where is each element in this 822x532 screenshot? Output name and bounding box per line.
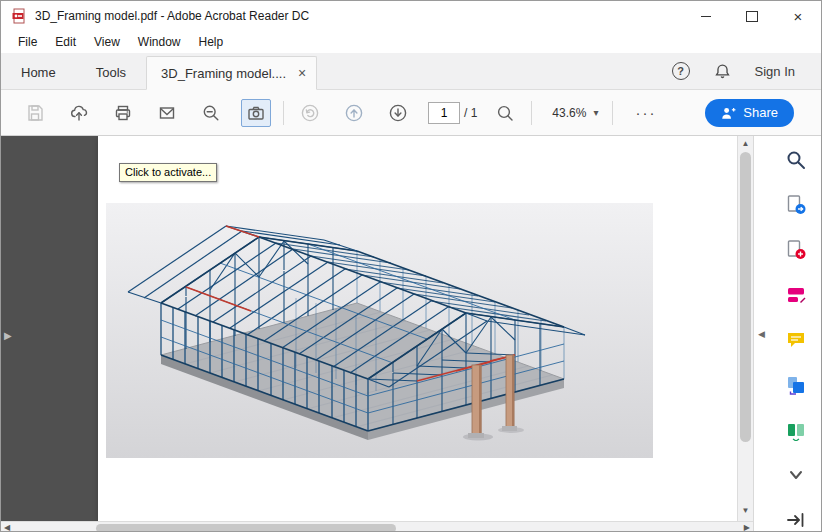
horizontal-scrollbar-thumb[interactable] <box>96 524 396 532</box>
find-button[interactable] <box>493 101 517 125</box>
maximize-button[interactable] <box>729 1 775 31</box>
page-up-icon <box>344 103 364 123</box>
toolbar-separator <box>531 101 532 125</box>
pdf-file-icon <box>11 8 27 24</box>
find-icon <box>495 103 515 123</box>
menu-window[interactable]: Window <box>129 32 190 52</box>
previous-view-icon <box>300 103 320 123</box>
save-icon <box>25 103 45 123</box>
pdf-page[interactable] <box>98 136 737 521</box>
tab-tools[interactable]: Tools <box>76 56 146 89</box>
activate-tooltip: Click to activate... <box>119 163 217 182</box>
toolbar: / 1 43.6% ▾ ··· Share <box>1 90 821 136</box>
printer-icon <box>113 103 133 123</box>
comment-icon <box>785 329 807 351</box>
create-pdf-button[interactable] <box>784 238 808 262</box>
save-to-cloud-button[interactable] <box>67 101 91 125</box>
vertical-scrollbar-thumb[interactable] <box>740 152 751 442</box>
minimize-button[interactable] <box>683 1 729 31</box>
minimize-icon <box>701 16 711 17</box>
acrobat-reader-window: 3D_Framing model.pdf - Adobe Acrobat Rea… <box>0 0 822 532</box>
title-bar: 3D_Framing model.pdf - Adobe Acrobat Rea… <box>1 1 821 31</box>
zoom-out-button[interactable] <box>199 101 223 125</box>
close-icon: × <box>794 9 803 24</box>
zoom-level-value: 43.6% <box>552 106 586 120</box>
document-scroll-region: ▶ <box>1 136 753 521</box>
page-count-label: / 1 <box>464 106 477 120</box>
share-person-icon <box>721 106 736 120</box>
window-title: 3D_Framing model.pdf - Adobe Acrobat Rea… <box>35 9 309 23</box>
scroll-down-icon[interactable]: ▼ <box>738 506 753 515</box>
tab-strip: Home Tools 3D_Framing model.... × ? Sign… <box>1 53 821 90</box>
save-button[interactable] <box>23 101 47 125</box>
menu-bar: File Edit View Window Help <box>1 31 821 53</box>
organize-pages-icon <box>785 419 807 441</box>
zoom-level-dropdown[interactable]: 43.6% ▾ <box>552 106 598 120</box>
sign-in-button[interactable]: Sign In <box>755 64 795 79</box>
email-button[interactable] <box>155 101 179 125</box>
combine-files-icon <box>785 374 807 396</box>
print-button[interactable] <box>111 101 135 125</box>
share-button[interactable]: Share <box>705 99 794 127</box>
vertical-scrollbar[interactable]: ▲ ▼ <box>737 136 753 521</box>
page-down-icon <box>388 103 408 123</box>
document-column: ▶ <box>1 136 753 532</box>
chevron-down-icon <box>785 464 807 486</box>
scroll-left-icon[interactable]: ◀ <box>4 523 10 532</box>
open-pane-arrow-icon <box>785 509 807 531</box>
close-button[interactable]: × <box>775 1 821 31</box>
tab-document-label: 3D_Framing model.... <box>161 66 286 81</box>
framing-model-3d-annotation[interactable] <box>106 203 653 458</box>
previous-view-button[interactable] <box>298 101 322 125</box>
tools-panel-icons <box>754 148 821 532</box>
expand-left-pane-icon[interactable]: ▶ <box>4 330 12 341</box>
menu-file[interactable]: File <box>9 32 46 52</box>
maximize-icon <box>746 11 758 22</box>
toolbar-separator <box>283 101 284 125</box>
next-page-button[interactable] <box>386 101 410 125</box>
toolbar-separator <box>612 101 613 125</box>
cloud-upload-icon <box>69 103 89 123</box>
menu-edit[interactable]: Edit <box>46 32 85 52</box>
envelope-icon <box>157 103 177 123</box>
chevron-down-icon: ▾ <box>593 107 598 118</box>
search-tool-button[interactable] <box>784 148 808 172</box>
horizontal-scrollbar[interactable]: ◀ ▶ <box>1 521 753 532</box>
window-controls: × <box>683 1 821 31</box>
tools-panel: ◀ <box>753 136 821 532</box>
menu-help[interactable]: Help <box>190 32 233 52</box>
tab-document[interactable]: 3D_Framing model.... × <box>146 56 317 90</box>
search-icon <box>785 149 807 171</box>
scroll-right-icon[interactable]: ▶ <box>744 523 750 532</box>
organize-pages-button[interactable] <box>784 418 808 442</box>
scroll-up-icon[interactable]: ▲ <box>738 139 753 148</box>
open-tools-pane-button[interactable] <box>784 508 808 532</box>
tab-home[interactable]: Home <box>1 56 76 89</box>
combine-files-button[interactable] <box>784 373 808 397</box>
help-icon[interactable]: ? <box>672 62 690 80</box>
menu-view[interactable]: View <box>85 32 129 52</box>
main-area: ▶ <box>1 136 821 532</box>
more-tools-chevron-button[interactable] <box>784 463 808 487</box>
document-viewport: ▶ <box>1 136 737 521</box>
comment-button[interactable] <box>784 328 808 352</box>
export-pdf-button[interactable] <box>784 193 808 217</box>
tabstrip-right-cluster: ? Sign In <box>672 53 795 89</box>
camera-icon <box>246 103 266 123</box>
create-pdf-icon <box>785 239 807 261</box>
more-tools-button[interactable]: ··· <box>635 104 656 121</box>
zoom-out-icon <box>201 103 221 123</box>
tab-close-icon[interactable]: × <box>298 65 306 81</box>
bell-icon[interactable] <box>714 63 731 80</box>
previous-page-button[interactable] <box>342 101 366 125</box>
export-pdf-icon <box>785 194 807 216</box>
page-number-input[interactable] <box>428 102 460 124</box>
share-label: Share <box>743 105 778 120</box>
edit-pdf-icon <box>785 284 807 306</box>
framing-model-image <box>106 203 653 458</box>
edit-pdf-button[interactable] <box>784 283 808 307</box>
snapshot-tool-button[interactable] <box>241 99 271 127</box>
